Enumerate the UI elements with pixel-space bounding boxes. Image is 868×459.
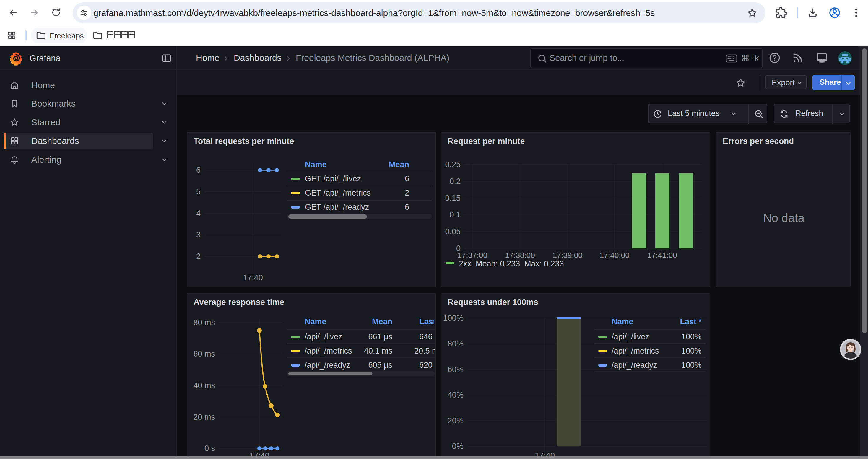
- svg-text:17:40: 17:40: [243, 273, 263, 282]
- svg-text:Max: 0.233: Max: 0.233: [524, 259, 564, 268]
- svg-text:0.1: 0.1: [450, 210, 461, 219]
- svg-text:20%: 20%: [447, 416, 464, 425]
- svg-text:60%: 60%: [447, 365, 464, 374]
- svg-text:0.05: 0.05: [445, 227, 461, 236]
- svg-text:0 s: 0 s: [205, 444, 215, 453]
- svg-text:20 ms: 20 ms: [193, 413, 215, 422]
- svg-text:5: 5: [196, 187, 200, 196]
- svg-text:40%: 40%: [447, 391, 464, 399]
- svg-text:2xx: 2xx: [459, 259, 471, 268]
- svg-text:40 ms: 40 ms: [193, 381, 215, 390]
- svg-text:60 ms: 60 ms: [193, 350, 215, 358]
- svg-text:17:41:00: 17:41:00: [647, 251, 677, 260]
- svg-text:0.15: 0.15: [445, 194, 461, 203]
- svg-text:0%: 0%: [452, 442, 464, 451]
- svg-text:3: 3: [196, 230, 200, 239]
- svg-text:Mean: 0.233: Mean: 0.233: [476, 259, 520, 268]
- svg-text:17:38:00: 17:38:00: [505, 251, 535, 260]
- svg-text:6: 6: [196, 166, 200, 174]
- svg-text:80 ms: 80 ms: [193, 318, 215, 327]
- svg-text:80%: 80%: [447, 339, 464, 348]
- svg-text:0.25: 0.25: [445, 160, 461, 169]
- svg-text:100%: 100%: [443, 314, 464, 323]
- svg-text:0.2: 0.2: [450, 177, 461, 186]
- svg-text:17:37:00: 17:37:00: [457, 251, 487, 260]
- svg-text:2: 2: [196, 252, 200, 261]
- svg-text:4: 4: [196, 209, 200, 218]
- svg-text:17:40:00: 17:40:00: [599, 251, 629, 260]
- svg-text:17:39:00: 17:39:00: [553, 251, 582, 260]
